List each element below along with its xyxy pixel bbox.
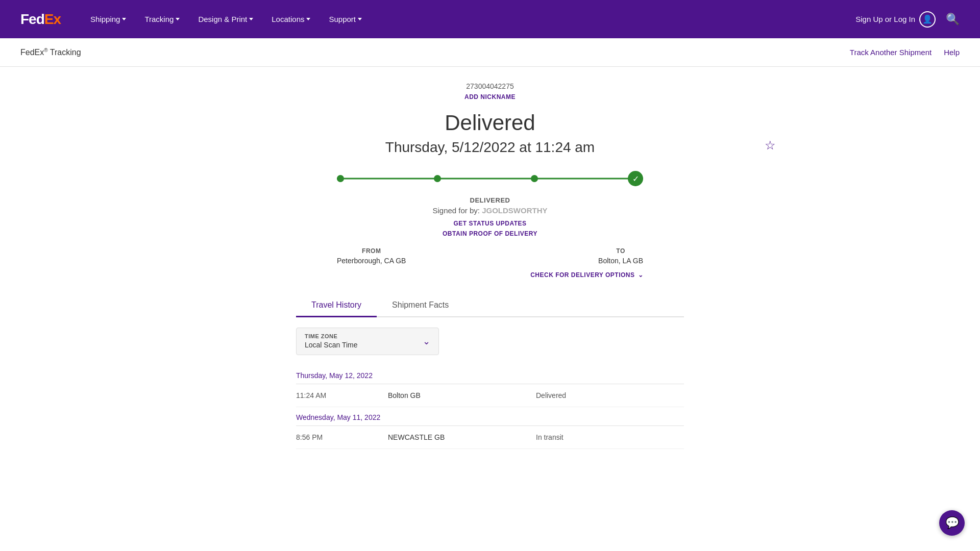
nav-locations[interactable]: Locations <box>262 0 320 38</box>
chevron-down-icon <box>176 18 180 20</box>
table-row: 11:24 AMBolton GBDelivered <box>296 384 684 407</box>
status-section: Delivered Thursday, 5/12/2022 at 11:24 a… <box>204 111 776 279</box>
delivered-info: DELIVERED Signed for by: JGOLDSWORTHY GE… <box>204 196 776 237</box>
tracking-number: 273004042275 <box>204 82 776 90</box>
timezone-value: Local Scan Time <box>305 341 358 349</box>
travel-date-group-label: Wednesday, May 11, 2022 <box>296 407 684 426</box>
status-title: Delivered <box>204 111 776 135</box>
chevron-down-icon <box>306 18 310 20</box>
help-link[interactable]: Help <box>944 48 960 57</box>
get-status-updates-link[interactable]: GET STATUS UPDATES <box>453 220 526 227</box>
tab-travel-history[interactable]: Travel History <box>296 294 377 317</box>
travel-date-group-label: Thursday, May 12, 2022 <box>296 365 684 384</box>
user-icon: 👤 <box>919 11 936 28</box>
signed-name: JGOLDSWORTHY <box>482 206 547 215</box>
track-another-shipment-link[interactable]: Track Another Shipment <box>850 48 932 57</box>
search-icon[interactable]: 🔍 <box>946 13 960 26</box>
nav-tracking[interactable]: Tracking <box>135 0 189 38</box>
from-block: FROM Peterborough, CA GB <box>337 247 406 265</box>
travel-time: 8:56 PM <box>296 433 388 441</box>
main-content: ☆ 273004042275 ADD NICKNAME Delivered Th… <box>184 67 796 464</box>
page-title: FedEx® Tracking <box>20 47 81 57</box>
nav-links: Shipping Tracking Design & Print Locatio… <box>81 0 855 38</box>
signed-for: Signed for by: JGOLDSWORTHY <box>204 206 776 215</box>
logo-ex: Ex <box>44 11 61 27</box>
progress-dot-1 <box>337 175 344 182</box>
logo-fed: Fed <box>20 11 44 27</box>
to-block: TO Bolton, LA GB <box>598 247 643 265</box>
progress-track: ✓ <box>337 171 643 186</box>
nav-right: Sign Up or Log In 👤 🔍 <box>855 11 960 28</box>
timezone-dropdown[interactable]: TIME ZONE Local Scan Time ⌄ <box>296 328 439 355</box>
travel-location: Bolton GB <box>388 391 536 399</box>
main-nav: FedEx Shipping Tracking Design & Print L… <box>0 0 980 38</box>
chevron-down-icon: ⌄ <box>638 271 644 279</box>
delivery-options: CHECK FOR DELIVERY OPTIONS ⌄ <box>337 270 643 279</box>
add-nickname-button[interactable]: ADD NICKNAME <box>204 93 776 101</box>
subheader: FedEx® Tracking Track Another Shipment H… <box>0 38 980 67</box>
nav-design-print[interactable]: Design & Print <box>189 0 262 38</box>
travel-status: In transit <box>536 433 684 441</box>
tabs-bar: Travel History Shipment Facts <box>296 294 684 317</box>
from-to-section: FROM Peterborough, CA GB TO Bolton, LA G… <box>337 247 643 265</box>
from-label: FROM <box>337 247 406 255</box>
subheader-links: Track Another Shipment Help <box>850 48 960 57</box>
travel-location: NEWCASTLE GB <box>388 433 536 441</box>
chevron-down-icon <box>122 18 126 20</box>
to-label: TO <box>598 247 643 255</box>
sign-in-button[interactable]: Sign Up or Log In 👤 <box>855 11 936 28</box>
progress-line <box>337 178 643 180</box>
progress-bar: ✓ <box>204 171 776 186</box>
chevron-down-icon <box>249 18 253 20</box>
delivered-label: DELIVERED <box>204 196 776 204</box>
progress-dot-3 <box>531 175 538 182</box>
travel-history-list: Thursday, May 12, 202211:24 AMBolton GBD… <box>296 365 684 449</box>
travel-status: Delivered <box>536 391 684 399</box>
progress-check: ✓ <box>628 171 643 186</box>
tabs-section: Travel History Shipment Facts TIME ZONE … <box>296 294 684 449</box>
table-row: 8:56 PMNEWCASTLE GBIn transit <box>296 426 684 449</box>
chevron-down-icon <box>358 18 362 20</box>
progress-dot-2 <box>434 175 441 182</box>
action-links: GET STATUS UPDATES OBTAIN PROOF OF DELIV… <box>204 220 776 237</box>
from-value: Peterborough, CA GB <box>337 257 406 265</box>
timezone-label: TIME ZONE <box>305 333 358 339</box>
nav-support[interactable]: Support <box>320 0 371 38</box>
tab-shipment-facts[interactable]: Shipment Facts <box>377 294 464 317</box>
tracking-header: 273004042275 ADD NICKNAME <box>204 82 776 101</box>
to-value: Bolton, LA GB <box>598 257 643 265</box>
check-delivery-options-button[interactable]: CHECK FOR DELIVERY OPTIONS ⌄ <box>530 271 643 279</box>
fedex-logo[interactable]: FedEx <box>20 11 61 28</box>
obtain-proof-link[interactable]: OBTAIN PROOF OF DELIVERY <box>443 230 537 237</box>
nav-shipping[interactable]: Shipping <box>81 0 135 38</box>
status-date: Thursday, 5/12/2022 at 11:24 am <box>204 139 776 156</box>
travel-time: 11:24 AM <box>296 391 388 399</box>
dropdown-chevron-icon: ⌄ <box>423 336 430 347</box>
